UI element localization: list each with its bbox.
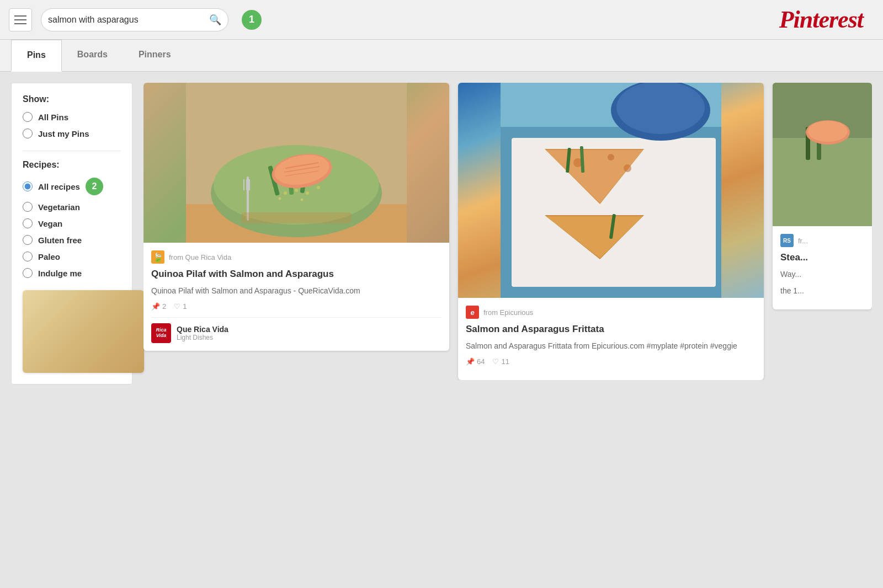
sidebar-bottom-image [23, 290, 144, 373]
card-2-source-icon: e [466, 306, 479, 319]
all-pins-radio[interactable] [23, 112, 33, 122]
all-recipes-radio[interactable] [23, 181, 33, 191]
recipes-section: Recipes: All recipes 2 Vegetarian [23, 151, 121, 278]
all-recipes-option[interactable]: All recipes 2 [23, 178, 121, 195]
all-recipes-label: All recipes [38, 182, 80, 191]
svg-point-38 [616, 83, 705, 134]
card-2-body: e from Epicurious Salmon and Asparagus F… [458, 298, 764, 380]
svg-point-10 [301, 199, 304, 201]
card-1-body: 🍃 from Que Rica Vida Quinoa Pilaf with S… [143, 243, 449, 351]
menu-line-3 [14, 23, 26, 24]
tab-pins[interactable]: Pins [11, 40, 62, 72]
sidebar-bottom-card [23, 290, 144, 373]
pin-card-2[interactable]: e from Epicurious Salmon and Asparagus F… [458, 83, 764, 380]
just-my-pins-option[interactable]: Just my Pins [23, 129, 121, 138]
card-1-source-text: from Que Rica Vida [169, 253, 231, 261]
recipes-section-title: Recipes: [23, 160, 121, 170]
card-3-desc-partial2: the 1... [780, 286, 864, 297]
all-pins-option[interactable]: All Pins [23, 112, 121, 122]
indulge-me-option[interactable]: Indulge me [23, 268, 121, 278]
card-2-stats: 📌 64 ♡ 11 [466, 357, 756, 366]
show-options: All Pins Just my Pins [23, 112, 121, 138]
badge-2: 2 [86, 178, 103, 195]
pins-area: 🍃 from Que Rica Vida Quinoa Pilaf with S… [143, 83, 872, 380]
tab-boards[interactable]: Boards [62, 40, 123, 71]
vegetarian-radio[interactable] [23, 202, 33, 212]
svg-point-7 [306, 191, 309, 195]
menu-line-1 [14, 15, 26, 17]
svg-point-44 [808, 121, 848, 142]
indulge-me-radio[interactable] [23, 268, 33, 278]
card-1-title: Quinoa Pilaf with Salmon and Asparagus [151, 268, 442, 280]
card-2-title: Salmon and Asparagus Frittata [466, 323, 756, 335]
card-2-source: e from Epicurious [466, 306, 756, 319]
svg-rect-23 [241, 212, 352, 223]
card-1-desc: Quinoa Pilaf with Salmon and Asparagus -… [151, 286, 442, 297]
show-section-title: Show: [23, 94, 121, 104]
svg-point-6 [295, 189, 298, 192]
svg-point-8 [317, 186, 320, 189]
card-1-source: 🍃 from Que Rica Vida [151, 250, 442, 264]
card-3-svg [773, 83, 872, 226]
vegan-option[interactable]: Vegan [23, 218, 121, 228]
paleo-radio[interactable] [23, 252, 33, 261]
card-3-body: RS fr... Stea... Way... the 1... [773, 226, 872, 309]
recipes-options: All recipes 2 Vegetarian Vegan G [23, 178, 121, 278]
card-1-footer-text: Que Rica Vida Light Dishes [177, 325, 228, 341]
sidebar: Show: All Pins Just my Pins Recipes: All… [11, 83, 132, 384]
card-1-source-icon: 🍃 [151, 250, 164, 264]
card-3-source-from: fr... [798, 237, 808, 245]
svg-point-9 [279, 197, 281, 200]
card-3-title-partial: Stea... [780, 252, 864, 264]
card-1-footer-logo: Rica Vida [151, 323, 171, 343]
header: salmon with asparagus 🔍 1 Pinterest [0, 0, 883, 40]
all-recipes-badge-wrapper: All recipes 2 [23, 178, 103, 195]
card-3-source-icon: RS [780, 234, 794, 247]
vegetarian-label: Vegetarian [38, 202, 80, 212]
search-icon: 🔍 [209, 14, 221, 26]
card-1-divider [151, 317, 442, 318]
card-3-image [773, 83, 872, 226]
vegan-radio[interactable] [23, 218, 33, 228]
paleo-label: Paleo [38, 252, 60, 261]
svg-point-5 [284, 191, 287, 195]
paleo-option[interactable]: Paleo [23, 252, 121, 261]
card-1-pin-count: 📌 2 [151, 302, 166, 311]
card-2-image [458, 83, 764, 298]
just-my-pins-radio[interactable] [23, 129, 33, 138]
main-content: Show: All Pins Just my Pins Recipes: All… [0, 72, 883, 395]
pin-card-3-partial[interactable]: RS fr... Stea... Way... the 1... [773, 83, 872, 309]
badge-1: 1 [242, 10, 262, 30]
tab-pinners[interactable]: Pinners [123, 40, 187, 71]
menu-line-2 [14, 19, 26, 20]
tabs-bar: Pins Boards Pinners [0, 40, 883, 72]
card-1-stats: 📌 2 ♡ 1 [151, 302, 442, 311]
card-1-image [143, 83, 449, 243]
all-pins-label: All Pins [38, 113, 68, 122]
svg-point-31 [624, 164, 631, 172]
card-2-pin-count: 📌 64 [466, 357, 485, 366]
indulge-me-label: Indulge me [38, 269, 82, 278]
svg-point-30 [608, 154, 614, 161]
menu-button[interactable] [9, 8, 32, 31]
card-1-footer-sub: Light Dishes [177, 334, 228, 341]
search-input[interactable]: salmon with asparagus [48, 15, 206, 25]
pin-card-1[interactable]: 🍃 from Que Rica Vida Quinoa Pilaf with S… [143, 83, 449, 351]
card-3-desc-partial: Way... [780, 269, 864, 280]
card-3-source: RS fr... [780, 234, 864, 247]
just-my-pins-label: Just my Pins [38, 129, 89, 138]
svg-rect-40 [773, 138, 872, 226]
card-1-footer: Rica Vida Que Rica Vida Light Dishes [151, 323, 442, 343]
gluten-free-label: Gluten free [38, 236, 82, 245]
card-1-footer-name: Que Rica Vida [177, 325, 228, 334]
gluten-free-option[interactable]: Gluten free [23, 235, 121, 245]
card-1-heart-count: ♡ 1 [174, 302, 187, 311]
card-2-source-text: from Epicurious [483, 308, 533, 317]
card-1-svg [143, 83, 449, 243]
search-bar: salmon with asparagus 🔍 [41, 8, 228, 31]
pinterest-logo: Pinterest [779, 6, 874, 34]
card-2-svg [458, 83, 764, 298]
vegetarian-option[interactable]: Vegetarian [23, 202, 121, 212]
gluten-free-radio[interactable] [23, 235, 33, 245]
vegan-label: Vegan [38, 219, 62, 228]
